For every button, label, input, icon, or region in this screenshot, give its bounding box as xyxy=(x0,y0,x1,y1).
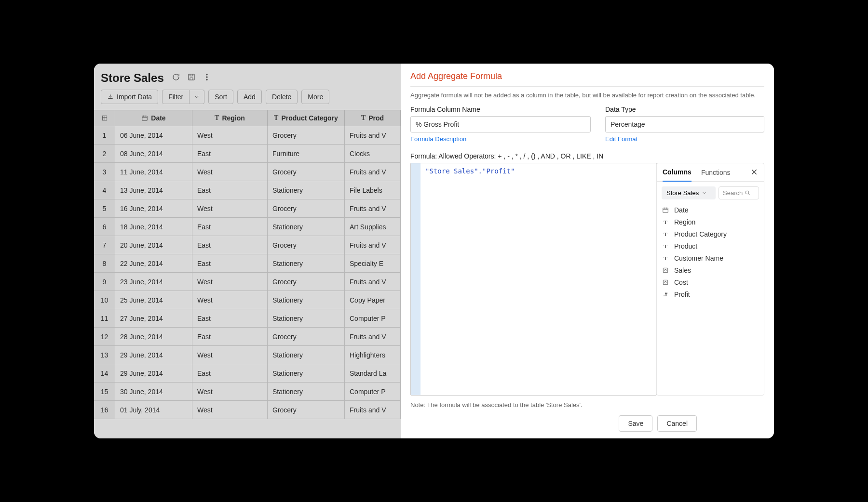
cell-date[interactable]: 28 June, 2014 xyxy=(115,328,192,345)
cell-category[interactable]: Grocery xyxy=(268,273,345,291)
cell-product[interactable]: Computer P xyxy=(345,383,401,400)
cell-product[interactable]: Standard La xyxy=(345,364,401,382)
save-icon[interactable] xyxy=(187,73,196,83)
cell-product[interactable]: Art Supplies xyxy=(345,218,401,236)
cell-product[interactable]: Specialty E xyxy=(345,254,401,272)
cell-category[interactable]: Grocery xyxy=(268,126,345,144)
more-button[interactable]: More xyxy=(301,90,329,104)
cell-product[interactable]: Fruits and V xyxy=(345,163,401,181)
close-icon[interactable] xyxy=(750,168,758,176)
cell-date[interactable]: 22 June, 2014 xyxy=(115,254,192,272)
table-row[interactable]: 720 June, 2014EastGroceryFruits and V xyxy=(94,236,401,254)
table-selector[interactable]: Store Sales xyxy=(662,186,716,199)
cell-product[interactable]: File Labels xyxy=(345,181,401,199)
cell-category[interactable]: Grocery xyxy=(268,328,345,345)
table-row[interactable]: 1530 June, 2014WestStationeryComputer P xyxy=(94,383,401,401)
cell-product[interactable]: Fruits and V xyxy=(345,199,401,217)
cell-region[interactable]: West xyxy=(192,383,268,400)
header-region[interactable]: TRegion xyxy=(192,110,268,126)
cell-category[interactable]: Furniture xyxy=(268,145,345,162)
column-item[interactable]: TProduct Category xyxy=(662,230,759,238)
cell-region[interactable]: West xyxy=(192,199,268,217)
table-row[interactable]: 516 June, 2014WestGroceryFruits and V xyxy=(94,199,401,218)
add-button[interactable]: Add xyxy=(237,90,262,104)
cell-category[interactable]: Stationery xyxy=(268,181,345,199)
more-menu-icon[interactable] xyxy=(203,73,211,83)
table-row[interactable]: 1429 June, 2014EastStationeryStandard La xyxy=(94,364,401,383)
tab-functions[interactable]: Functions xyxy=(701,169,731,181)
table-row[interactable]: 822 June, 2014EastStationerySpecialty E xyxy=(94,254,401,273)
cell-date[interactable]: 30 June, 2014 xyxy=(115,383,192,400)
cell-date[interactable]: 29 June, 2014 xyxy=(115,364,192,382)
cell-category[interactable]: Grocery xyxy=(268,401,345,419)
cell-category[interactable]: Grocery xyxy=(268,236,345,254)
table-row[interactable]: 106 June, 2014WestGroceryFruits and V xyxy=(94,126,401,145)
tab-columns[interactable]: Columns xyxy=(663,168,692,182)
cell-region[interactable]: West xyxy=(192,291,268,309)
filter-button[interactable]: Filter xyxy=(162,90,190,104)
cell-category[interactable]: Stationery xyxy=(268,364,345,382)
column-search-input[interactable]: Search xyxy=(719,186,759,199)
table-row[interactable]: 208 June, 2014EastFurnitureClocks xyxy=(94,145,401,163)
cell-date[interactable]: 06 June, 2014 xyxy=(115,126,192,144)
cell-product[interactable]: Fruits and V xyxy=(345,126,401,144)
filter-dropdown-button[interactable] xyxy=(190,90,204,104)
cell-category[interactable]: Grocery xyxy=(268,199,345,217)
table-row[interactable]: 618 June, 2014EastStationeryArt Supplies xyxy=(94,218,401,236)
table-row[interactable]: 1601 July, 2014WestGroceryFruits and V xyxy=(94,401,401,419)
cell-date[interactable]: 13 June, 2014 xyxy=(115,181,192,199)
cell-date[interactable]: 11 June, 2014 xyxy=(115,163,192,181)
sort-button[interactable]: Sort xyxy=(208,90,233,104)
cell-date[interactable]: 29 June, 2014 xyxy=(115,346,192,364)
cell-product[interactable]: Fruits and V xyxy=(345,273,401,291)
cell-date[interactable]: 23 June, 2014 xyxy=(115,273,192,291)
cell-region[interactable]: West xyxy=(192,401,268,419)
cell-category[interactable]: Grocery xyxy=(268,163,345,181)
header-product[interactable]: TProd xyxy=(345,110,401,126)
column-item[interactable]: Date xyxy=(662,206,759,214)
table-row[interactable]: 1228 June, 2014EastGroceryFruits and V xyxy=(94,328,401,346)
cell-region[interactable]: East xyxy=(192,181,268,199)
cell-product[interactable]: Highlighters xyxy=(345,346,401,364)
column-item[interactable]: TRegion xyxy=(662,218,759,226)
table-row[interactable]: 1025 June, 2014WestStationeryCopy Paper xyxy=(94,291,401,309)
column-item[interactable]: Sales xyxy=(662,266,759,274)
cell-product[interactable]: Clocks xyxy=(345,145,401,162)
cancel-button[interactable]: Cancel xyxy=(657,415,697,432)
cell-region[interactable]: East xyxy=(192,364,268,382)
cell-category[interactable]: Stationery xyxy=(268,291,345,309)
import-data-button[interactable]: Import Data xyxy=(101,90,158,104)
column-item[interactable]: Cost xyxy=(662,278,759,286)
cell-date[interactable]: 01 July, 2014 xyxy=(115,401,192,419)
table-row[interactable]: 311 June, 2014WestGroceryFruits and V xyxy=(94,163,401,181)
cell-category[interactable]: Stationery xyxy=(268,346,345,364)
cell-region[interactable]: East xyxy=(192,236,268,254)
select-all-corner[interactable] xyxy=(94,110,115,126)
cell-date[interactable]: 08 June, 2014 xyxy=(115,145,192,162)
cell-date[interactable]: 20 June, 2014 xyxy=(115,236,192,254)
cell-product[interactable]: Fruits and V xyxy=(345,328,401,345)
edit-format-link[interactable]: Edit Format xyxy=(605,135,764,143)
save-button[interactable]: Save xyxy=(619,415,652,432)
column-item[interactable]: TCustomer Name xyxy=(662,254,759,262)
formula-editor[interactable]: "Store Sales"."Profit" xyxy=(410,163,657,396)
cell-region[interactable]: East xyxy=(192,328,268,345)
cell-region[interactable]: West xyxy=(192,346,268,364)
cell-product[interactable]: Computer P xyxy=(345,309,401,327)
cell-date[interactable]: 18 June, 2014 xyxy=(115,218,192,236)
cell-category[interactable]: Stationery xyxy=(268,218,345,236)
cell-region[interactable]: West xyxy=(192,273,268,291)
table-row[interactable]: 1329 June, 2014WestStationeryHighlighter… xyxy=(94,346,401,364)
cell-region[interactable]: East xyxy=(192,254,268,272)
cell-date[interactable]: 25 June, 2014 xyxy=(115,291,192,309)
cell-category[interactable]: Stationery xyxy=(268,383,345,400)
cell-region[interactable]: West xyxy=(192,126,268,144)
refresh-icon[interactable] xyxy=(172,73,180,83)
cell-date[interactable]: 27 June, 2014 xyxy=(115,309,192,327)
header-date[interactable]: Date xyxy=(115,110,192,126)
cell-region[interactable]: East xyxy=(192,309,268,327)
header-category[interactable]: TProduct Category xyxy=(268,110,345,126)
column-item[interactable]: .#Profit xyxy=(662,291,759,298)
delete-button[interactable]: Delete xyxy=(266,90,298,104)
cell-product[interactable]: Fruits and V xyxy=(345,401,401,419)
